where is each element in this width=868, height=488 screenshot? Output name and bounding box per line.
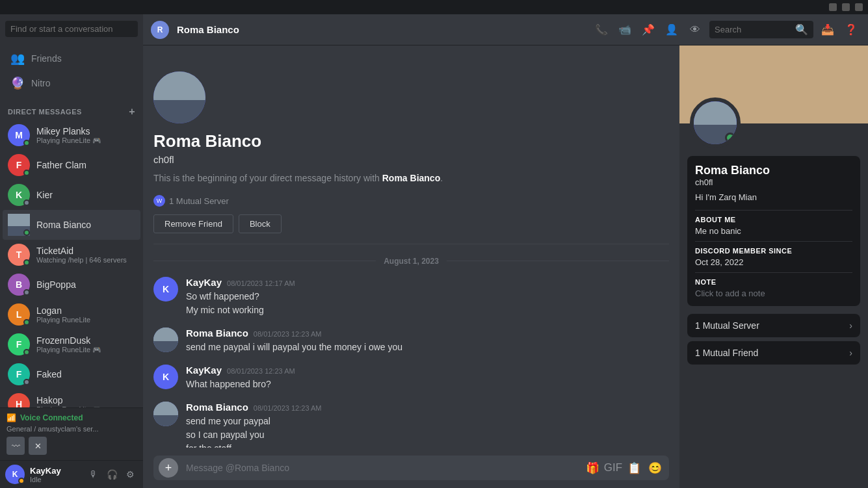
emoji-icon[interactable]: 😊 — [646, 459, 664, 477]
rp-note-input[interactable]: Click to add a note — [695, 289, 852, 298]
status-indicator-bp — [23, 289, 30, 296]
avatar-top-section — [153, 71, 205, 100]
dm-item-bigpoppa[interactable]: B BigPoppa — [3, 270, 140, 300]
profile-header-username: ch0fl — [153, 154, 669, 165]
dm-item-hakop[interactable]: H Hakop Playing RuneLite 🎮 — [3, 389, 140, 407]
dm-item-father-clam[interactable]: F Father Clam — [3, 150, 140, 180]
dm-item-mikey-planks[interactable]: M Mikey Planks Playing RuneLite 🎮 — [3, 120, 140, 150]
mutual-server-icon: W — [153, 195, 165, 207]
sidebar-item-nitro[interactable]: 🔮 Nitro — [3, 71, 140, 96]
sidebar-item-friends[interactable]: 👥 Friends — [3, 46, 140, 71]
minimize-button[interactable] — [829, 3, 837, 11]
mutual-server-item[interactable]: 1 Mutual Server › — [687, 314, 860, 337]
add-dm-button[interactable]: + — [129, 106, 135, 118]
chat-input-icons: 🎁 GIF 📋 😊 — [583, 459, 664, 477]
dm-list: M Mikey Planks Playing RuneLite 🎮 F Fath… — [0, 120, 143, 407]
msg-author-3: KayKay — [186, 365, 222, 376]
voice-controls: 〰 ✕ — [7, 437, 137, 455]
profile-header-desc-name: Roma Bianco — [382, 173, 440, 183]
roma-avatar-top — [8, 214, 30, 226]
sidebar-nav: 👥 Friends 🔮 Nitro — [0, 44, 143, 98]
dm-info-bigpoppa: BigPoppa — [36, 279, 135, 290]
msg-content-3: KayKay 08/01/2023 12:23 AM What happened… — [186, 365, 669, 391]
mutual-server-label: 1 Mutual Server — [169, 196, 229, 206]
msg-avatar-roma-inner — [153, 327, 178, 352]
deafen-button[interactable]: 🎧 — [104, 467, 120, 482]
dm-avatar-hakop: H — [8, 393, 30, 407]
date-separator: August 1, 2023 — [153, 255, 669, 266]
mute-button[interactable]: 🎙 — [86, 467, 101, 482]
dm-sub-frozenn: Playing RuneLite 🎮 — [36, 346, 135, 354]
dm-avatar-initials-bp: B — [16, 279, 22, 290]
voice-waves-button[interactable]: 〰 — [7, 437, 25, 455]
dm-avatar-mikey: M — [8, 124, 30, 146]
msg-timestamp-1: 08/01/2023 12:17 AM — [227, 279, 295, 287]
msg-roma-bottom-2 — [153, 415, 178, 426]
dm-item-kier[interactable]: K Kier — [3, 180, 140, 210]
status-indicator-l — [23, 319, 30, 326]
search-bar-input[interactable] — [715, 25, 791, 34]
top-bar-name: Roma Bianco — [177, 24, 239, 35]
message-group-4: Roma Bianco 08/01/2023 12:23 AM send me … — [153, 402, 669, 448]
pin-icon[interactable]: 📌 — [639, 21, 657, 39]
voice-disconnect-button[interactable]: ✕ — [29, 437, 47, 455]
dm-header: Direct Messages + — [0, 98, 143, 120]
help-icon[interactable]: ❓ — [842, 21, 860, 39]
dm-item-logan[interactable]: L Logan Playing RuneLite — [3, 300, 140, 329]
window-controls[interactable] — [829, 3, 863, 11]
block-button[interactable]: Block — [239, 214, 282, 233]
msg-line-4-0: send me your paypal — [186, 415, 669, 428]
msg-content-4: Roma Bianco 08/01/2023 12:23 AM send me … — [186, 402, 669, 448]
rp-divider-1 — [695, 210, 852, 211]
date-separator-text: August 1, 2023 — [376, 257, 447, 266]
attach-button[interactable]: + — [159, 458, 178, 478]
dm-item-roma-bianco[interactable]: Roma Bianco — [3, 210, 140, 240]
maximize-button[interactable] — [842, 3, 850, 11]
settings-button[interactable]: ⚙ — [122, 467, 138, 482]
dm-info-kier: Kier — [36, 190, 135, 200]
sidebar-search-container — [0, 14, 143, 44]
msg-author-2: Roma Bianco — [186, 327, 248, 339]
dm-info-ticketaid: TicketAid Watching /help | 646 servers — [36, 246, 135, 264]
msg-content-2: Roma Bianco 08/01/2023 12:23 AM send me … — [186, 327, 669, 354]
dm-avatar-initials-fd: F — [16, 339, 22, 350]
dm-item-ticketaid[interactable]: T TicketAid Watching /help | 646 servers — [3, 240, 140, 270]
dm-info-father-clam: Father Clam — [36, 160, 135, 170]
chat-input-box: + 🎁 GIF 📋 😊 — [153, 456, 669, 480]
user-panel-avatar: K — [5, 465, 25, 484]
sticker-icon[interactable]: 📋 — [625, 459, 643, 477]
dm-avatar-initials-fc: F — [16, 160, 22, 170]
status-indicator-fk — [23, 379, 30, 385]
msg-roma-top-2 — [153, 402, 178, 415]
message-group-2: Roma Bianco 08/01/2023 12:23 AM send me … — [153, 327, 669, 354]
add-friend-icon[interactable]: 👤 — [663, 21, 681, 39]
msg-timestamp-4: 08/01/2023 12:23 AM — [254, 404, 322, 412]
dm-avatar-bigpoppa: B — [8, 274, 30, 296]
dm-avatar-faked: F — [8, 363, 30, 385]
dm-avatar-initials: M — [15, 130, 23, 140]
search-input[interactable] — [5, 21, 138, 37]
video-icon[interactable]: 📹 — [616, 21, 634, 39]
msg-header-1: KayKay 08/01/2023 12:17 AM — [186, 277, 669, 288]
gift-icon[interactable]: 🎁 — [583, 459, 601, 477]
rp-member-since-title: DISCORD MEMBER SINCE — [695, 247, 852, 255]
main-content: R Roma Bianco 📞 📹 📌 👤 👁 🔍 📥 ❓ — [143, 14, 868, 488]
close-button[interactable] — [855, 3, 863, 11]
phone-icon[interactable]: 📞 — [592, 21, 611, 39]
rp-profile-bio: Hi I'm Zarq Mian — [695, 192, 852, 202]
dm-avatar-logan: L — [8, 303, 30, 326]
profile-header: Roma Bianco ch0fl This is the beginning … — [153, 58, 669, 244]
hide-members-icon[interactable]: 👁 — [686, 21, 704, 39]
dm-avatar-father-clam: F — [8, 154, 30, 176]
remove-friend-button[interactable]: Remove Friend — [153, 214, 233, 233]
rp-member-since-value: Oct 28, 2022 — [695, 257, 852, 267]
gif-icon[interactable]: GIF — [604, 459, 622, 477]
mutual-friend-item[interactable]: 1 Mutual Friend › — [687, 341, 860, 365]
chat-input[interactable] — [183, 456, 578, 480]
msg-text-4: send me your paypal so I can paypal you … — [186, 415, 669, 448]
inbox-icon[interactable]: 📥 — [819, 21, 837, 39]
rp-note-title: NOTE — [695, 278, 852, 286]
dm-item-frozenn[interactable]: F FrozennDusk Playing RuneLite 🎮 — [3, 329, 140, 359]
dm-item-faked[interactable]: F Faked — [3, 359, 140, 389]
chat-input-area: + 🎁 GIF 📋 😊 — [143, 448, 679, 488]
